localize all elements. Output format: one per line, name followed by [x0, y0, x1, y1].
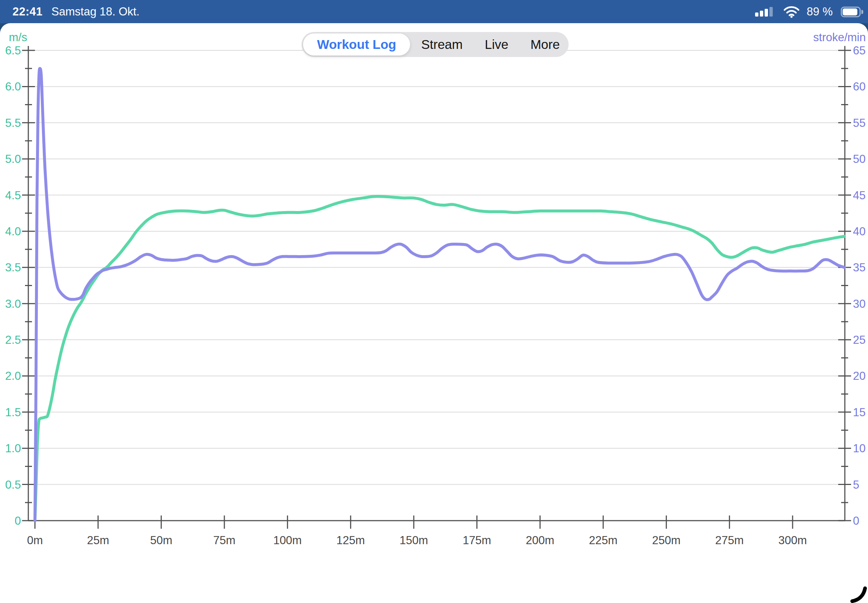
svg-text:35: 35	[853, 261, 865, 274]
svg-text:6.5: 6.5	[5, 44, 21, 57]
svg-text:55: 55	[853, 116, 865, 130]
svg-text:50: 50	[853, 153, 865, 165]
svg-text:1.0: 1.0	[5, 442, 21, 455]
svg-text:10: 10	[853, 442, 865, 455]
svg-text:4.5: 4.5	[5, 189, 21, 202]
svg-text:2.0: 2.0	[5, 370, 21, 382]
svg-text:125m: 125m	[337, 534, 365, 547]
status-bar: 22:41 Samstag 18. Okt. 89 %	[0, 0, 868, 23]
cellular-signal-icon	[754, 6, 777, 18]
svg-text:65: 65	[853, 44, 865, 57]
svg-text:45: 45	[853, 189, 865, 202]
battery-percent: 89 %	[806, 5, 833, 19]
svg-text:75m: 75m	[214, 534, 235, 547]
status-right-group: 89 %	[754, 5, 868, 19]
svg-text:275m: 275m	[715, 534, 744, 547]
svg-text:250m: 250m	[652, 534, 681, 547]
svg-text:15: 15	[853, 406, 865, 419]
svg-text:4.0: 4.0	[5, 225, 21, 238]
svg-text:5: 5	[853, 478, 859, 491]
right-axis-title: stroke/min	[813, 31, 866, 44]
svg-text:1.5: 1.5	[5, 406, 21, 419]
svg-text:175m: 175m	[463, 534, 491, 547]
battery-icon	[841, 7, 862, 17]
svg-text:60: 60	[853, 80, 865, 93]
svg-text:25: 25	[853, 334, 865, 346]
svg-text:150m: 150m	[399, 534, 428, 547]
svg-text:20: 20	[853, 370, 865, 382]
svg-text:40: 40	[853, 225, 865, 238]
tab-live[interactable]: Live	[474, 34, 519, 56]
svg-text:300m: 300m	[778, 534, 807, 547]
svg-text:100m: 100m	[273, 534, 302, 547]
status-time: 22:41	[12, 5, 43, 19]
wifi-icon	[783, 6, 800, 18]
svg-text:3.5: 3.5	[5, 261, 21, 274]
svg-text:0m: 0m	[27, 534, 43, 547]
svg-text:0.5: 0.5	[5, 478, 21, 491]
svg-text:225m: 225m	[589, 534, 617, 547]
status-left-group: 22:41 Samstag 18. Okt.	[0, 5, 139, 19]
svg-text:50m: 50m	[150, 534, 172, 547]
svg-text:3.0: 3.0	[5, 297, 21, 310]
tab-workout-log[interactable]: Workout Log	[303, 34, 410, 56]
svg-text:30: 30	[853, 297, 865, 310]
svg-text:25m: 25m	[87, 534, 109, 547]
tab-more[interactable]: More	[519, 34, 571, 56]
workout-chart-canvas: 00.51.01.52.02.53.03.54.04.55.05.56.06.5…	[0, 0, 868, 603]
svg-text:5.0: 5.0	[5, 153, 21, 165]
tab-stream[interactable]: Stream	[410, 34, 474, 56]
svg-text:0: 0	[853, 514, 859, 527]
svg-text:6.0: 6.0	[5, 80, 21, 93]
ipad-screen: 22:41 Samstag 18. Okt. 89 %	[0, 0, 868, 603]
status-date: Samstag 18. Okt.	[51, 5, 140, 19]
svg-text:2.5: 2.5	[5, 334, 21, 346]
svg-text:0: 0	[15, 514, 21, 527]
view-segmented-control: Workout Log Stream Live More	[302, 32, 569, 57]
left-axis-title: m/s	[9, 31, 27, 44]
svg-text:200m: 200m	[526, 534, 555, 547]
svg-text:5.5: 5.5	[5, 116, 21, 130]
